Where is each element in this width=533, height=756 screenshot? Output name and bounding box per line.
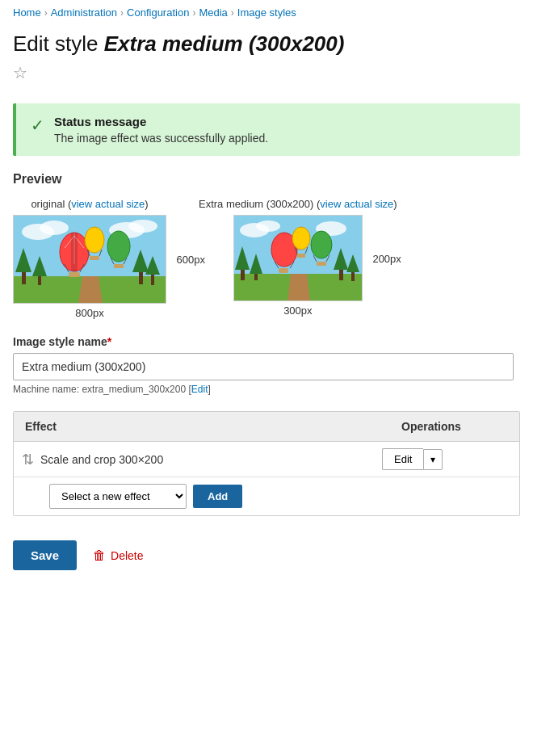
drag-handle-icon[interactable]: ⇅ bbox=[22, 451, 34, 468]
image-style-name-input[interactable] bbox=[13, 353, 514, 380]
action-buttons: Save 🗑 Delete bbox=[0, 532, 533, 594]
svg-rect-33 bbox=[90, 256, 99, 260]
breadcrumb-sep-3: › bbox=[192, 7, 195, 19]
breadcrumb: Home › Administration › Configuration › … bbox=[0, 0, 533, 25]
preview-effect-width: 300px bbox=[283, 304, 312, 317]
col-operations-header: Operations bbox=[390, 412, 519, 441]
add-effect-row: Select a new effect Add bbox=[14, 477, 519, 515]
svg-marker-40 bbox=[287, 274, 310, 301]
breadcrumb-home[interactable]: Home bbox=[13, 6, 41, 19]
preview-label: Preview bbox=[13, 172, 520, 187]
preview-original-image bbox=[13, 215, 166, 304]
delete-button[interactable]: 🗑 Delete bbox=[93, 548, 143, 563]
image-style-name-label: Image style name* bbox=[13, 335, 520, 348]
machine-name-hint: Machine name: extra_medium_300x200 [Edit… bbox=[13, 384, 520, 395]
machine-name-edit-link[interactable]: Edit bbox=[191, 384, 208, 395]
page-title: Edit style Extra medium (300x200) bbox=[0, 25, 533, 60]
breadcrumb-sep-1: › bbox=[44, 7, 48, 19]
preview-images: original (view actual size) bbox=[13, 198, 520, 319]
save-button[interactable]: Save bbox=[13, 540, 77, 570]
effects-table-header: Effect Operations bbox=[14, 412, 519, 442]
svg-rect-18 bbox=[69, 272, 80, 277]
svg-marker-6 bbox=[78, 276, 103, 304]
breadcrumb-media[interactable]: Media bbox=[199, 6, 227, 19]
preview-original-width: 800px bbox=[75, 307, 103, 319]
status-check-icon: ✓ bbox=[31, 116, 44, 135]
breadcrumb-sep-4: › bbox=[231, 7, 234, 19]
required-indicator: * bbox=[107, 335, 111, 348]
col-effect-header: Effect bbox=[14, 412, 390, 441]
new-effect-select[interactable]: Select a new effect bbox=[49, 484, 187, 509]
delete-label: Delete bbox=[111, 549, 143, 562]
trash-icon: 🗑 bbox=[93, 548, 106, 563]
preview-original-height: 600px bbox=[177, 254, 205, 266]
effects-table: Effect Operations ⇅ Scale and crop 300×2… bbox=[13, 411, 520, 516]
status-heading: Status message bbox=[54, 115, 268, 128]
status-body: The image effect was successfully applie… bbox=[54, 132, 268, 145]
svg-rect-62 bbox=[297, 254, 305, 258]
dropdown-button[interactable]: ▾ bbox=[423, 449, 443, 470]
favorite-star[interactable]: ☆ bbox=[0, 60, 533, 95]
preview-effect-link[interactable]: view actual size bbox=[320, 198, 393, 210]
form-section: Image style name* Machine name: extra_me… bbox=[0, 335, 533, 411]
svg-rect-57 bbox=[317, 262, 326, 266]
preview-effect-caption: Extra medium (300x200) (view actual size… bbox=[199, 198, 397, 210]
edit-button[interactable]: Edit bbox=[382, 448, 423, 470]
preview-section: Preview original (view actual size) bbox=[0, 172, 533, 335]
svg-point-4 bbox=[128, 220, 157, 233]
status-message-box: ✓ Status message The image effect was su… bbox=[13, 103, 520, 156]
preview-original: original (view actual size) bbox=[13, 198, 166, 319]
breadcrumb-sep-2: › bbox=[120, 7, 124, 19]
table-row: ⇅ Scale and crop 300×200 Edit ▾ bbox=[14, 442, 519, 477]
add-effect-button[interactable]: Add bbox=[193, 485, 242, 508]
effect-name: Scale and crop 300×200 bbox=[40, 453, 382, 466]
preview-effect-height: 200px bbox=[372, 252, 401, 264]
preview-original-wrapper: 600px bbox=[13, 215, 166, 304]
operations-cell: Edit ▾ bbox=[382, 448, 511, 470]
chevron-down-icon: ▾ bbox=[430, 454, 435, 465]
svg-point-2 bbox=[40, 220, 69, 235]
breadcrumb-image-styles[interactable]: Image styles bbox=[237, 6, 296, 19]
preview-effect-image bbox=[233, 215, 363, 301]
svg-rect-52 bbox=[279, 268, 288, 273]
status-text: Status message The image effect was succ… bbox=[54, 115, 268, 145]
svg-point-37 bbox=[256, 220, 280, 232]
preview-original-caption: original (view actual size) bbox=[31, 198, 148, 210]
preview-effect-wrapper: 200px bbox=[233, 215, 363, 301]
breadcrumb-configuration[interactable]: Configuration bbox=[127, 6, 189, 19]
preview-effect: Extra medium (300x200) (view actual size… bbox=[199, 198, 397, 317]
preview-original-link[interactable]: view actual size bbox=[71, 198, 145, 210]
svg-rect-28 bbox=[114, 264, 124, 268]
breadcrumb-administration[interactable]: Administration bbox=[51, 6, 117, 19]
